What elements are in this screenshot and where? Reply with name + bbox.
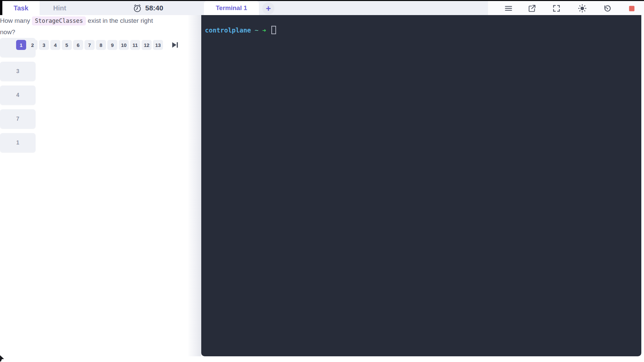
answer-option-5[interactable]: 1 (0, 133, 36, 153)
terminal-window[interactable]: controlplane ~ ➜ (201, 15, 641, 356)
history-restore-icon[interactable] (602, 4, 612, 13)
page-button-9[interactable]: 9 (107, 40, 117, 50)
stop-recording-icon[interactable] (627, 4, 636, 13)
question-text: How many StorageClasses exist in the clu… (0, 15, 160, 38)
page-button-11[interactable]: 11 (130, 40, 140, 50)
new-terminal-tab-button[interactable]: + (262, 2, 274, 14)
page-button-12[interactable]: 12 (142, 40, 152, 50)
alarm-clock-icon (133, 4, 142, 13)
tab-terminal-1[interactable]: Terminal 1 (204, 1, 259, 15)
panel-divider (188, 15, 201, 356)
page-button-1[interactable]: 1 (16, 40, 26, 50)
tab-task[interactable]: Task (2, 1, 40, 15)
page-button-13[interactable]: 13 (153, 40, 163, 50)
answer-option-4[interactable]: 7 (0, 109, 36, 129)
page-button-3[interactable]: 3 (39, 40, 49, 50)
page-button-7[interactable]: 7 (85, 40, 95, 50)
prompt-path: ~ (255, 26, 258, 34)
timer-value: 58:40 (145, 4, 163, 12)
page-button-2[interactable]: 2 (28, 40, 38, 50)
tab-hint[interactable]: Hint (40, 1, 80, 15)
answer-option-3[interactable]: 4 (0, 85, 36, 105)
page-button-4[interactable]: 4 (50, 40, 60, 50)
task-panel: 1 2 3 4 5 6 7 8 9 10 11 12 13 How many S… (0, 15, 188, 362)
terminal-cursor (271, 26, 276, 34)
prompt-hostname: controlplane (205, 26, 251, 34)
open-in-new-icon[interactable] (527, 4, 537, 13)
answer-options: 2 3 4 7 1 (0, 38, 188, 153)
header-bar: Task Hint 58:40 Terminal 1 + (0, 1, 644, 15)
brightness-icon[interactable] (578, 4, 587, 13)
mouse-pointer (0, 355, 5, 362)
fullscreen-icon[interactable] (552, 4, 561, 13)
question-code-chip: StorageClasses (32, 16, 86, 25)
prompt-arrow: ➜ (262, 26, 266, 34)
page-button-8[interactable]: 8 (96, 40, 106, 50)
page-button-10[interactable]: 10 (119, 40, 129, 50)
menu-icon[interactable] (504, 4, 513, 13)
terminal-prompt-line: controlplane ~ ➜ (205, 26, 276, 34)
countdown-timer: 58:40 (133, 1, 163, 15)
question-prefix: How many (0, 17, 30, 24)
skip-to-end-icon[interactable] (170, 40, 180, 50)
answer-option-2[interactable]: 3 (0, 62, 36, 81)
page-button-6[interactable]: 6 (73, 40, 83, 50)
question-pagination: 1 2 3 4 5 6 7 8 9 10 11 12 13 (16, 40, 180, 50)
page-button-5[interactable]: 5 (62, 40, 72, 50)
